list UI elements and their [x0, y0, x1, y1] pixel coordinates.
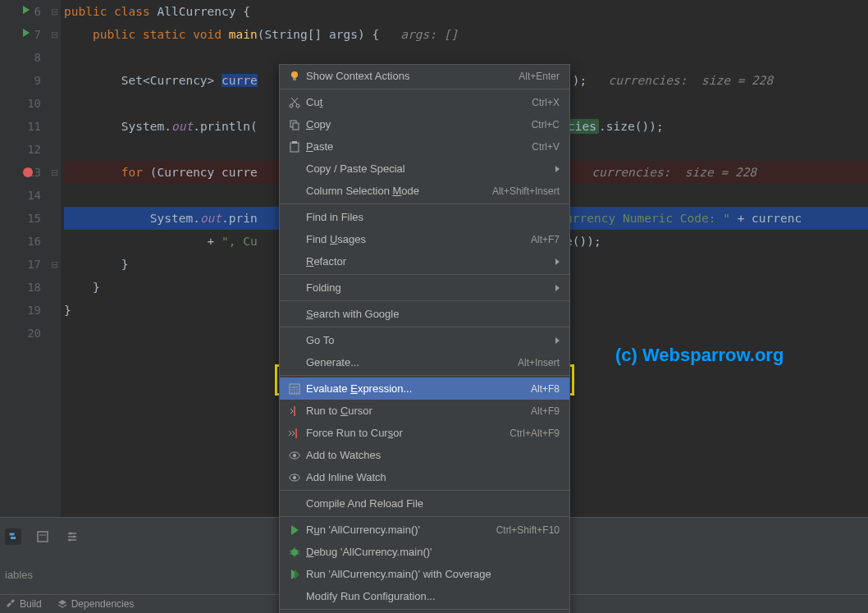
- menu-item-label: Modify Run Configuration...: [306, 590, 560, 602]
- svg-point-12: [291, 389, 293, 391]
- menu-item-refactor[interactable]: Refactor: [280, 250, 569, 272]
- debug-calculator-icon[interactable]: [34, 528, 51, 545]
- gutter-line[interactable]: 17: [0, 253, 48, 276]
- svg-rect-32: [11, 537, 16, 539]
- svg-point-16: [294, 391, 295, 393]
- menu-item-label: Folding: [306, 281, 550, 294]
- gutter-line[interactable]: 11: [0, 115, 48, 138]
- menu-item-column-selection-mode[interactable]: Column Selection ModeAlt+Shift+Insert: [280, 180, 569, 202]
- menu-item-folding[interactable]: Folding: [280, 277, 569, 299]
- gutter-line[interactable]: 7: [0, 23, 48, 46]
- fold-marker[interactable]: ⊟: [48, 0, 61, 23]
- paste-icon: [286, 140, 303, 153]
- menu-item-find-usages[interactable]: Find UsagesAlt+F7: [280, 228, 569, 250]
- coverage-icon: [286, 568, 303, 581]
- menu-item-copy-paste-special[interactable]: Copy / Paste Special: [280, 158, 569, 180]
- menu-item-cut[interactable]: CutCtrl+X: [280, 91, 569, 113]
- menu-item-run-allcurrency-main[interactable]: Run 'AllCurrency.main()'Ctrl+Shift+F10: [280, 519, 569, 541]
- menu-shortcut: Ctrl+C: [532, 119, 560, 130]
- gutter-line[interactable]: 20: [0, 322, 48, 345]
- icon-placeholder: [286, 233, 303, 246]
- gutter-line[interactable]: 15: [0, 207, 48, 230]
- menu-separator: [280, 204, 569, 204]
- menu-item-modify-run-configuration[interactable]: Modify Run Configuration...: [280, 585, 569, 607]
- gutter-line[interactable]: 18: [0, 276, 48, 299]
- menu-item-add-inline-watch[interactable]: Add Inline Watch: [280, 466, 569, 488]
- menu-item-label: Run to Cursor: [306, 405, 531, 417]
- menu-item-add-to-watches[interactable]: Add to Watches: [280, 444, 569, 466]
- menu-item-label: Copy: [306, 118, 532, 130]
- build-toolwindow-button[interactable]: Build: [5, 598, 42, 610]
- menu-item-label: Run 'AllCurrency.main()' with Coverage: [306, 568, 560, 580]
- menu-item-find-in-files[interactable]: Find in Files: [280, 206, 569, 228]
- gutter-line[interactable]: 8: [0, 46, 48, 69]
- menu-shortcut: Ctrl+X: [532, 97, 560, 108]
- menu-item-label: Debug 'AllCurrency.main()': [306, 546, 560, 558]
- gutter-line[interactable]: 12: [0, 138, 48, 161]
- gutter-line[interactable]: 9: [0, 69, 48, 92]
- svg-point-13: [294, 389, 295, 391]
- gutter-line[interactable]: 16: [0, 230, 48, 253]
- menu-separator: [280, 300, 569, 301]
- menu-shortcut: Alt+F7: [531, 234, 560, 245]
- menu-shortcut: Alt+F9: [531, 405, 560, 417]
- icon-placeholder: [286, 334, 303, 347]
- copy-icon: [286, 118, 303, 131]
- menu-item-label: Generate...: [306, 356, 518, 368]
- svg-point-21: [293, 454, 296, 457]
- icon-placeholder: [286, 308, 303, 321]
- menu-item-compile-and-reload-file[interactable]: Compile And Reload File: [280, 492, 569, 515]
- menu-item-show-context-actions[interactable]: Show Context ActionsAlt+Enter: [280, 65, 569, 87]
- menu-item-label: Paste: [306, 140, 532, 153]
- menu-item-label: Evaluate Expression...: [306, 382, 531, 395]
- fold-column: ⊟ ⊟ ⊟ ⊟: [48, 0, 61, 517]
- menu-shortcut: Ctrl+V: [532, 141, 560, 153]
- svg-point-2: [290, 104, 293, 108]
- svg-rect-33: [38, 532, 48, 542]
- menu-item-force-run-to-cursor[interactable]: Force Run to CursorCtrl+Alt+F9: [280, 422, 569, 444]
- svg-line-5: [291, 98, 297, 104]
- menu-item-paste[interactable]: PasteCtrl+V: [280, 135, 569, 158]
- menu-item-label: Run 'AllCurrency.main()': [306, 524, 496, 536]
- submenu-arrow-icon: [555, 166, 560, 172]
- menu-item-evaluate-expression[interactable]: Evaluate Expression...Alt+F8: [280, 377, 569, 400]
- menu-item-label: Add to Watches: [306, 449, 560, 461]
- line-gutter: 6 7 8 9 10 11 12 13 14 15 16 17 18 19 20: [0, 0, 48, 517]
- menu-item-run-allcurrency-main-with-coverage[interactable]: Run 'AllCurrency.main()' with Coverage: [280, 563, 569, 585]
- svg-line-27: [290, 551, 291, 551]
- icon-placeholder: [286, 211, 303, 224]
- breakpoint-icon[interactable]: [23, 167, 33, 177]
- gutter-line[interactable]: 6: [0, 0, 48, 23]
- menu-item-copy[interactable]: CopyCtrl+C: [280, 113, 569, 135]
- svg-rect-7: [293, 123, 299, 130]
- svg-line-29: [290, 553, 291, 554]
- menu-separator: [280, 89, 569, 89]
- debug-settings-icon[interactable]: [64, 528, 80, 545]
- menu-shortcut: Alt+F8: [531, 383, 560, 395]
- menu-item-search-with-google[interactable]: Search with Google: [280, 303, 569, 325]
- fold-marker[interactable]: ⊟: [48, 23, 61, 46]
- dependencies-toolwindow-button[interactable]: Dependencies: [57, 598, 135, 610]
- menu-item-debug-allcurrency-main[interactable]: Debug 'AllCurrency.main()': [280, 541, 569, 563]
- run-gutter-icon[interactable]: [23, 6, 30, 14]
- menu-separator: [280, 375, 569, 376]
- gutter-line[interactable]: 19: [0, 299, 48, 322]
- svg-point-17: [296, 391, 298, 393]
- menu-item-label: Compile And Reload File: [306, 497, 560, 510]
- gutter-line[interactable]: 10: [0, 92, 48, 115]
- menu-item-label: Copy / Paste Special: [306, 162, 550, 175]
- menu-item-label: Column Selection Mode: [306, 185, 492, 197]
- fold-marker[interactable]: ⊟: [48, 253, 61, 276]
- svg-point-15: [291, 391, 293, 393]
- svg-rect-9: [292, 141, 297, 144]
- menu-shortcut: Alt+Enter: [519, 71, 560, 82]
- menu-item-label: Refactor: [306, 255, 550, 268]
- menu-item-generate[interactable]: Generate...Alt+Insert: [280, 351, 569, 373]
- gutter-line[interactable]: 13: [0, 161, 48, 184]
- fold-marker[interactable]: ⊟: [48, 161, 61, 184]
- menu-item-go-to[interactable]: Go To: [280, 329, 569, 351]
- debug-stack-icon[interactable]: [5, 528, 21, 545]
- run-gutter-icon[interactable]: [23, 29, 30, 37]
- menu-item-run-to-cursor[interactable]: Run to CursorAlt+F9: [280, 400, 569, 422]
- gutter-line[interactable]: 14: [0, 184, 48, 207]
